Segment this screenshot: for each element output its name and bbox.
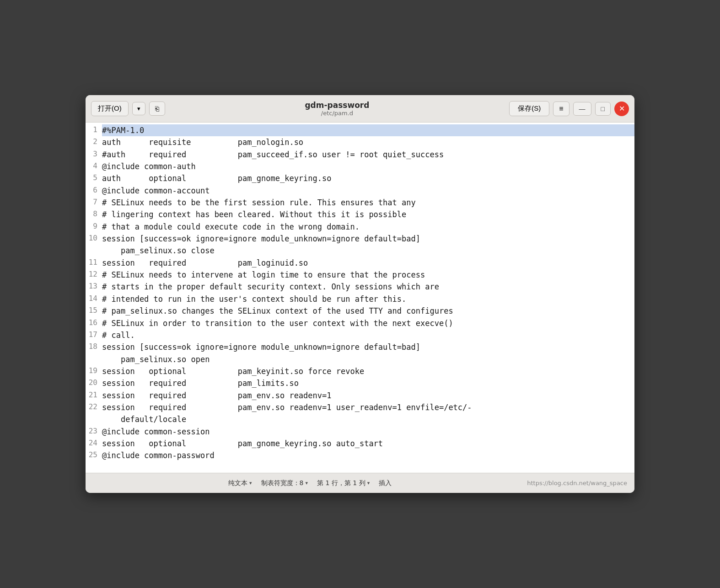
- open-label: 打开(O): [98, 104, 122, 113]
- line-number: 5: [86, 172, 102, 184]
- line-content: # lingering context has been cleared. Wi…: [102, 208, 634, 220]
- line-content: @include common-session: [102, 426, 634, 438]
- line-content: session required pam_env.so readenv=1: [102, 390, 634, 401]
- window-subtitle: /etc/pam.d: [169, 110, 506, 117]
- line-number: 14: [86, 293, 102, 305]
- table-row: 4@include common-auth: [86, 160, 634, 172]
- line-content: # SELinux needs to intervene at login ti…: [102, 269, 634, 281]
- table-row: 11session required pam_loginuid.so: [86, 257, 634, 269]
- line-number: 18: [86, 341, 102, 353]
- line-number: 7: [86, 197, 102, 208]
- window-title: gdm-password: [169, 101, 506, 110]
- format-item[interactable]: 纯文本 ▾: [228, 479, 252, 487]
- hamburger-icon: ≡: [559, 105, 563, 112]
- line-number: 25: [86, 449, 102, 461]
- line-number: 6: [86, 185, 102, 196]
- editor-area[interactable]: 1#%PAM-1.02auth requisite pam_nologin.so…: [86, 123, 634, 473]
- title-area: gdm-password /etc/pam.d: [169, 101, 506, 117]
- table-row: 22session required pam_env.so readenv=1 …: [86, 401, 634, 426]
- minimize-icon: —: [579, 105, 586, 112]
- line-content: # SELinux needs to be the first session …: [102, 197, 634, 208]
- tab-item[interactable]: 制表符宽度：8 ▾: [261, 479, 308, 487]
- pin-icon: ⎗: [155, 105, 159, 112]
- close-button[interactable]: ✕: [614, 102, 629, 116]
- line-content: session optional pam_gnome_keyring.so au…: [102, 438, 634, 449]
- line-content: session [success=ok ignore=ignore module…: [102, 341, 634, 365]
- pin-button[interactable]: ⎗: [149, 102, 165, 116]
- line-content: # pam_selinux.so changes the SELinux con…: [102, 305, 634, 317]
- titlebar: 打开(O) ▾ ⎗ gdm-password /etc/pam.d 保存(S) …: [86, 95, 634, 123]
- table-row: 21session required pam_env.so readenv=1: [86, 390, 634, 401]
- line-number: 24: [86, 438, 102, 449]
- insert-item[interactable]: 插入: [379, 479, 392, 487]
- table-row: 10session [success=ok ignore=ignore modu…: [86, 233, 634, 257]
- minimize-button[interactable]: —: [573, 102, 591, 116]
- line-number: 9: [86, 221, 102, 232]
- close-icon: ✕: [619, 104, 625, 113]
- table-row: 17# call.: [86, 329, 634, 341]
- line-number: 20: [86, 377, 102, 389]
- line-number: 1: [86, 124, 102, 136]
- table-row: 25@include common-password: [86, 449, 634, 461]
- maximize-icon: □: [601, 105, 605, 112]
- url-label: https://blog.csdn.net/wang_space: [527, 480, 627, 486]
- table-row: 6@include common-account: [86, 185, 634, 197]
- format-label: 纯文本: [228, 479, 247, 487]
- table-row: 7# SELinux needs to be the first session…: [86, 197, 634, 208]
- line-content: auth requisite pam_nologin.so: [102, 136, 634, 148]
- line-number: 22: [86, 401, 102, 413]
- menu-button[interactable]: ≡: [553, 102, 569, 116]
- open-button[interactable]: 打开(O): [91, 101, 129, 116]
- table-row: 19session optional pam_keyinit.so force …: [86, 365, 634, 377]
- table-row: 24session optional pam_gnome_keyring.so …: [86, 438, 634, 449]
- line-content: auth optional pam_gnome_keyring.so: [102, 172, 634, 184]
- line-number: 23: [86, 426, 102, 437]
- line-content: session required pam_env.so readenv=1 us…: [102, 401, 634, 426]
- table-row: 1#%PAM-1.0: [86, 124, 634, 136]
- line-content: @include common-auth: [102, 160, 634, 172]
- table-row: 15# pam_selinux.so changes the SELinux c…: [86, 305, 634, 317]
- tab-arrow: ▾: [305, 480, 308, 486]
- line-number: 21: [86, 390, 102, 401]
- table-row: 3#auth required pam_succeed_if.so user !…: [86, 149, 634, 160]
- line-content: #auth required pam_succeed_if.so user !=…: [102, 149, 634, 160]
- chevron-down-icon: ▾: [137, 105, 140, 112]
- table-row: 13# starts in the proper default securit…: [86, 281, 634, 293]
- line-content: #%PAM-1.0: [102, 124, 634, 136]
- line-number: 4: [86, 160, 102, 172]
- table-row: 23@include common-session: [86, 426, 634, 438]
- line-number: 3: [86, 149, 102, 160]
- position-item[interactable]: 第 1 行，第 1 列 ▾: [317, 479, 370, 487]
- table-row: 8# lingering context has been cleared. W…: [86, 208, 634, 220]
- table-row: 14# intended to run in the user's contex…: [86, 293, 634, 305]
- save-label: 保存(S): [518, 104, 541, 112]
- table-row: 2auth requisite pam_nologin.so: [86, 136, 634, 148]
- table-row: 12# SELinux needs to intervene at login …: [86, 269, 634, 281]
- table-row: 16# SELinux in order to transition to th…: [86, 317, 634, 329]
- line-content: # SELinux in order to transition to the …: [102, 317, 634, 329]
- line-content: session required pam_loginuid.so: [102, 257, 634, 269]
- line-content: @include common-account: [102, 185, 634, 197]
- line-number: 13: [86, 281, 102, 292]
- line-number: 2: [86, 136, 102, 148]
- format-arrow: ▾: [249, 480, 252, 486]
- save-button[interactable]: 保存(S): [509, 101, 549, 116]
- position-label: 第 1 行，第 1 列: [317, 479, 365, 487]
- line-content: session required pam_limits.so: [102, 377, 634, 389]
- table-row: 9# that a module could execute code in t…: [86, 221, 634, 233]
- main-window: 打开(O) ▾ ⎗ gdm-password /etc/pam.d 保存(S) …: [86, 95, 634, 493]
- line-number: 16: [86, 317, 102, 329]
- table-row: 20session required pam_limits.so: [86, 377, 634, 389]
- insert-label: 插入: [379, 479, 392, 487]
- line-number: 17: [86, 329, 102, 341]
- line-number: 12: [86, 269, 102, 280]
- line-content: # starts in the proper default security …: [102, 281, 634, 293]
- line-content: session [success=ok ignore=ignore module…: [102, 233, 634, 257]
- table-row: 18session [success=ok ignore=ignore modu…: [86, 341, 634, 365]
- line-number: 10: [86, 233, 102, 244]
- maximize-button[interactable]: □: [595, 102, 611, 116]
- open-dropdown-button[interactable]: ▾: [132, 102, 145, 115]
- line-content: # that a module could execute code in th…: [102, 221, 634, 233]
- tab-label: 制表符宽度：8: [261, 479, 304, 487]
- line-number: 11: [86, 257, 102, 268]
